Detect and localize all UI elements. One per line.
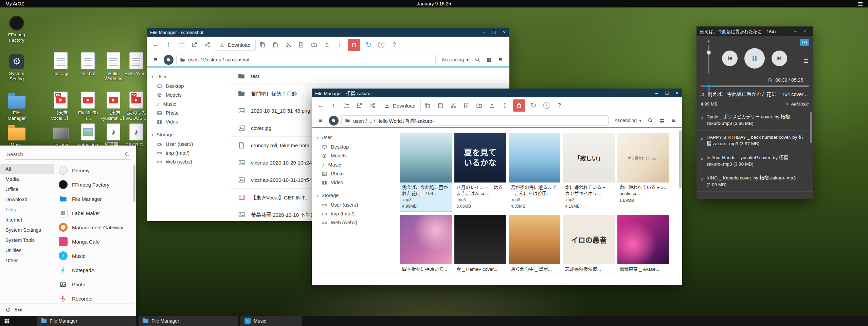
sidebar-section-storage[interactable]: ▾Storage <box>312 190 395 200</box>
breadcrumb[interactable]: user: / Desktop / screenshot <box>176 55 436 65</box>
paste-button[interactable] <box>434 99 447 112</box>
theme-toggle-button[interactable] <box>164 55 174 65</box>
playlist-item[interactable]: ♪Cynic _ ポリスピカデリー cover. by 柘榴-zakuro-.m… <box>697 110 813 131</box>
new-folder-button[interactable] <box>308 39 320 51</box>
category-office[interactable]: Office <box>0 184 54 194</box>
sidebar-item-web-drive[interactable]: Web (web:/) <box>147 157 230 166</box>
sidebar-item-video[interactable]: Video <box>312 178 395 187</box>
search-button[interactable] <box>472 54 483 65</box>
search-button[interactable] <box>645 115 656 126</box>
sidebar-item-web-drive[interactable]: Web (web:/) <box>312 218 395 227</box>
open-external-button[interactable] <box>188 39 200 51</box>
help-button[interactable]: ? <box>553 99 565 112</box>
download-button[interactable]: Download <box>214 39 256 51</box>
grid-view-button[interactable] <box>484 54 494 65</box>
desktop-icon-tragic[interactable]: ♪ TRAGIC... <box>123 122 149 148</box>
category-system-tools[interactable]: System Tools <box>0 235 54 245</box>
volume-slider[interactable] <box>708 45 709 74</box>
minimize-button[interactable]: – <box>652 89 662 97</box>
sidebar-toggle-button[interactable]: ≡ <box>150 54 161 65</box>
desktop-icon-ffmpeg-factory[interactable]: FFmpeg Factory <box>3 12 30 43</box>
player-menu-button[interactable]: ≡ <box>803 57 808 65</box>
next-button[interactable] <box>772 51 787 66</box>
desktop-icon-test-jpg[interactable]: test.jpg <box>48 122 74 148</box>
close-button[interactable]: × <box>800 26 809 36</box>
file-row[interactable]: test <box>230 68 509 85</box>
exit-button[interactable]: Exit <box>0 303 136 316</box>
breadcrumb[interactable]: user: / ... / Hello World / 柘榴-zakuro- <box>341 115 609 126</box>
sort-select[interactable]: Ascending▾ <box>439 57 471 62</box>
desktop-icon-test-agi[interactable]: test.agi <box>48 51 74 76</box>
playlist-item[interactable]: ♪HAPPY BIRTHDAY _ back number cover. by … <box>697 131 813 151</box>
app-item-dummy[interactable]: Dummy <box>54 163 136 177</box>
desktop-icon-file-manager[interactable]: File Manager <box>3 90 30 121</box>
sidebar-item-tmp-drive[interactable]: tmp (tmp:/) <box>147 149 230 157</box>
open-button[interactable] <box>175 39 187 51</box>
sidebar-item-desktop[interactable]: Desktop <box>147 82 230 91</box>
file-tile[interactable]: 四季折々に揺蕩いて... <box>400 215 452 275</box>
open-external-button[interactable] <box>353 99 365 112</box>
sidebar-item-tmp-drive[interactable]: tmp (tmp:/) <box>312 209 395 218</box>
sidebar-item-photo[interactable]: Photo <box>312 169 395 178</box>
upload-button[interactable] <box>321 39 333 51</box>
volume-plus[interactable]: + <box>707 38 710 44</box>
sidebar-item-models[interactable]: Models <box>147 91 230 99</box>
sidebar-item-music[interactable]: ♪Music <box>312 160 395 169</box>
close-button[interactable]: × <box>499 28 509 37</box>
sidebar-section-user[interactable]: ▾User <box>147 72 230 82</box>
file-tile[interactable]: 壺 _ HamaP cover... <box>454 215 506 275</box>
search-input[interactable] <box>6 151 122 157</box>
task-button-music[interactable]: ♪Music <box>240 316 302 326</box>
sidebar-section-user[interactable]: ▾User <box>312 132 395 142</box>
file-tile[interactable]: 命に嫌われている。 命に嫌われている + acoustic co... 1.69… <box>617 133 669 211</box>
previous-button[interactable] <box>722 51 738 66</box>
new-file-button[interactable] <box>295 39 307 51</box>
desktop-icon-music[interactable]: Music <box>3 122 30 148</box>
file-tile[interactable]: 夏を見て いるかな 八月のレイニー _ はるまきごはん co... .mp3 3… <box>454 133 506 211</box>
desktop-icon-hello-world-2[interactable]: Hello Wor... <box>123 51 149 76</box>
sidebar-item-user-drive[interactable]: User (user:/) <box>312 200 395 209</box>
minimize-button[interactable]: – <box>479 28 489 37</box>
sidebar-item-video[interactable]: Video <box>147 117 230 126</box>
refresh-button[interactable]: ↻ <box>527 99 540 112</box>
app-item-recorder[interactable]: Recorder <box>54 291 136 303</box>
app-item-ffmpeg-factory[interactable]: FFmpeg Factory <box>54 177 136 192</box>
start-menu-scrollbar[interactable] <box>133 165 135 202</box>
app-item-photo[interactable]: Photo <box>54 277 136 291</box>
info-button[interactable]: i <box>375 39 387 51</box>
desktop-icon-touhou-vocal[interactable]: HD 【東方Vocal...】 <box>48 90 74 121</box>
sidebar-item-models[interactable]: Models <box>312 151 395 160</box>
share-button[interactable] <box>366 99 378 112</box>
playlist-item[interactable]: ♪In Your Hands _ yusukeP cover. by 柘榴-za… <box>697 151 813 171</box>
desktop-icon-system-setting[interactable]: ⚙ System Setting <box>3 51 30 82</box>
close-button[interactable]: × <box>672 89 682 97</box>
app-item-label-maker[interactable]: Label Maker <box>54 206 136 220</box>
vertical-scrollbar[interactable] <box>679 130 682 188</box>
desktop-icon-fly-me-to[interactable]: Fly Me To T... <box>75 90 101 121</box>
sidebar-section-storage[interactable]: ▾Storage <box>147 130 230 140</box>
upload-button[interactable] <box>486 99 498 112</box>
app-item-notepada[interactable]: NotepadA <box>54 263 136 277</box>
volume-minus[interactable]: − <box>707 75 710 81</box>
list-view-button[interactable]: ≡ <box>668 115 679 126</box>
task-button-file-manager-2[interactable]: File Manager <box>139 316 238 326</box>
seek-bar[interactable] <box>701 85 809 87</box>
grid-view-button[interactable] <box>656 115 667 126</box>
category-utilities[interactable]: Utilities <box>0 245 54 255</box>
pause-button[interactable] <box>744 48 765 69</box>
list-view-button[interactable]: ≡ <box>495 54 506 65</box>
file-tile[interactable]: 「寂しい」 命に嫌われている + _ カンザキイオリ... .mp3 4.19M… <box>563 133 615 211</box>
sidebar-item-user-drive[interactable]: User (user:/) <box>147 140 230 149</box>
rename-button[interactable] <box>334 39 346 51</box>
app-launcher-button[interactable] <box>3 318 10 324</box>
file-tile[interactable]: イロの愚者 忘却感傷仮像彼... <box>563 215 615 275</box>
theme-toggle-button[interactable] <box>329 116 339 126</box>
sidebar-item-desktop[interactable]: Desktop <box>312 142 395 151</box>
open-button[interactable] <box>340 99 352 112</box>
category-download[interactable]: Download <box>0 194 54 205</box>
category-internet[interactable]: Internet <box>0 215 54 225</box>
task-button-file-manager-1[interactable]: File Manager <box>37 316 136 326</box>
topbar-menu-button[interactable] <box>857 1 863 7</box>
rename-button[interactable] <box>499 99 511 112</box>
back-button[interactable]: ← <box>149 39 162 51</box>
